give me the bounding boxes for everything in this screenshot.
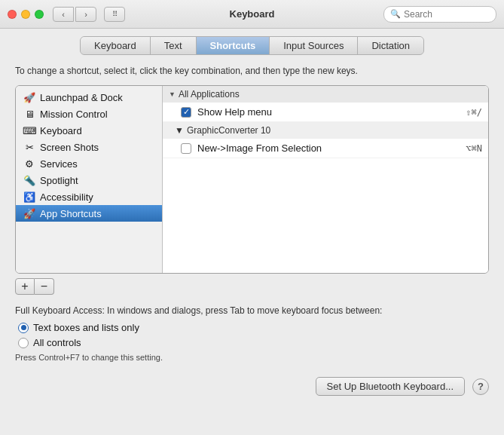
all-apps-label: All Applications xyxy=(179,89,240,100)
sidebar-label-spotlight: Spotlight xyxy=(40,175,78,186)
sidebar: 🚀 Launchpad & Dock 🖥 Mission Control ⌨ K… xyxy=(16,86,163,273)
shortcut-key-new-image: ⌥⌘N xyxy=(466,143,482,154)
radio-circle-all-controls[interactable] xyxy=(18,338,29,348)
sidebar-item-app-shortcuts[interactable]: 🚀 App Shortcuts xyxy=(16,205,162,222)
keyboard-access-section: Full Keyboard Access: In windows and dia… xyxy=(15,305,489,362)
sidebar-label-mission-control: Mission Control xyxy=(40,109,108,120)
traffic-lights xyxy=(8,10,44,19)
tab-dictation[interactable]: Dictation xyxy=(358,37,423,54)
all-apps-triangle: ▼ xyxy=(169,90,176,98)
sidebar-item-launchpad[interactable]: 🚀 Launchpad & Dock xyxy=(16,89,162,106)
window-title: Keyboard xyxy=(230,8,275,20)
keyboard-access-title: Full Keyboard Access: In windows and dia… xyxy=(15,305,489,316)
sidebar-item-mission-control[interactable]: 🖥 Mission Control xyxy=(16,106,162,122)
sidebar-label-accessibility: Accessibility xyxy=(40,191,93,203)
all-apps-header[interactable]: ▼ All Applications xyxy=(163,86,488,103)
screenshots-icon: ✂ xyxy=(23,141,35,153)
shortcut-row-show-help[interactable]: ✓ Show Help menu ⇧⌘/ xyxy=(163,103,488,122)
graphic-converter-label: GraphicConverter 10 xyxy=(187,125,270,136)
remove-shortcut-button[interactable]: − xyxy=(35,278,54,295)
shortcut-name-show-help: Show Help menu xyxy=(197,106,466,118)
tab-text[interactable]: Text xyxy=(151,37,197,54)
tab-keyboard[interactable]: Keyboard xyxy=(81,37,151,54)
radio-label-text-boxes: Text boxes and lists only xyxy=(33,322,139,333)
spotlight-icon: 🔦 xyxy=(23,174,35,186)
services-icon: ⚙ xyxy=(23,158,35,170)
tab-input-sources[interactable]: Input Sources xyxy=(270,37,358,54)
instructions: To change a shortcut, select it, click t… xyxy=(15,66,489,76)
add-remove-controls: + − xyxy=(15,278,489,295)
keyboard-access-note: Press Control+F7 to change this setting. xyxy=(15,353,489,362)
graphic-converter-header[interactable]: ▼ GraphicConverter 10 xyxy=(163,122,488,139)
forward-button[interactable]: › xyxy=(75,7,96,22)
sidebar-item-spotlight[interactable]: 🔦 Spotlight xyxy=(16,172,162,188)
checkbox-new-image[interactable] xyxy=(181,143,191,154)
sidebar-item-services[interactable]: ⚙ Services xyxy=(16,155,162,172)
grid-button[interactable]: ⠿ xyxy=(104,7,125,22)
shortcut-key-show-help: ⇧⌘/ xyxy=(466,107,482,118)
bluetooth-button[interactable]: Set Up Bluetooth Keyboard... xyxy=(316,377,465,396)
shortcut-row-new-image[interactable]: New->Image From Selection ⌥⌘N xyxy=(163,139,488,158)
bottom-bar: Set Up Bluetooth Keyboard... ? xyxy=(0,369,504,403)
sidebar-label-app-shortcuts: App Shortcuts xyxy=(40,208,102,219)
accessibility-icon: ♿ xyxy=(23,191,35,203)
radio-circle-text-boxes[interactable] xyxy=(18,323,29,333)
add-shortcut-button[interactable]: + xyxy=(15,278,35,295)
search-input[interactable] xyxy=(404,9,490,20)
radio-text-boxes[interactable]: Text boxes and lists only xyxy=(18,322,489,333)
maximize-button[interactable] xyxy=(35,10,44,19)
search-icon: 🔍 xyxy=(390,9,401,19)
close-button[interactable] xyxy=(8,10,17,19)
mission-control-icon: 🖥 xyxy=(23,108,35,120)
sidebar-label-keyboard: Keyboard xyxy=(40,125,82,136)
keyboard-icon: ⌨ xyxy=(23,124,35,136)
shortcut-name-new-image: New->Image From Selection xyxy=(197,142,466,154)
radio-all-controls[interactable]: All controls xyxy=(18,337,489,348)
keyboard-access-options: Text boxes and lists only All controls xyxy=(18,322,489,348)
graphic-converter-triangle: ▼ xyxy=(175,125,184,136)
launchpad-icon: 🚀 xyxy=(23,91,35,103)
search-box[interactable]: 🔍 xyxy=(383,6,496,23)
nav-buttons: ‹ › xyxy=(53,7,96,22)
back-button[interactable]: ‹ xyxy=(53,7,74,22)
sidebar-item-keyboard[interactable]: ⌨ Keyboard xyxy=(16,122,162,139)
main-content: To change a shortcut, select it, click t… xyxy=(0,55,504,369)
help-button[interactable]: ? xyxy=(472,378,489,395)
sidebar-label-services: Services xyxy=(40,158,78,170)
titlebar: ‹ › ⠿ Keyboard 🔍 xyxy=(0,0,504,29)
shortcuts-list: ▼ All Applications ✓ Show Help menu ⇧⌘/ … xyxy=(163,86,488,273)
sidebar-item-accessibility[interactable]: ♿ Accessibility xyxy=(16,188,162,205)
tab-bar: Keyboard Text Shortcuts Input Sources Di… xyxy=(0,29,504,55)
checkbox-show-help[interactable]: ✓ xyxy=(181,107,191,118)
minimize-button[interactable] xyxy=(21,10,30,19)
sidebar-label-screenshots: Screen Shots xyxy=(40,142,99,153)
app-shortcuts-icon: 🚀 xyxy=(23,207,35,219)
sidebar-item-screenshots[interactable]: ✂ Screen Shots xyxy=(16,139,162,155)
sidebar-label-launchpad: Launchpad & Dock xyxy=(40,92,123,103)
radio-label-all-controls: All controls xyxy=(33,337,81,348)
tab-group: Keyboard Text Shortcuts Input Sources Di… xyxy=(80,36,424,55)
tab-shortcuts[interactable]: Shortcuts xyxy=(197,37,270,54)
shortcut-panes: 🚀 Launchpad & Dock 🖥 Mission Control ⌨ K… xyxy=(15,85,489,274)
